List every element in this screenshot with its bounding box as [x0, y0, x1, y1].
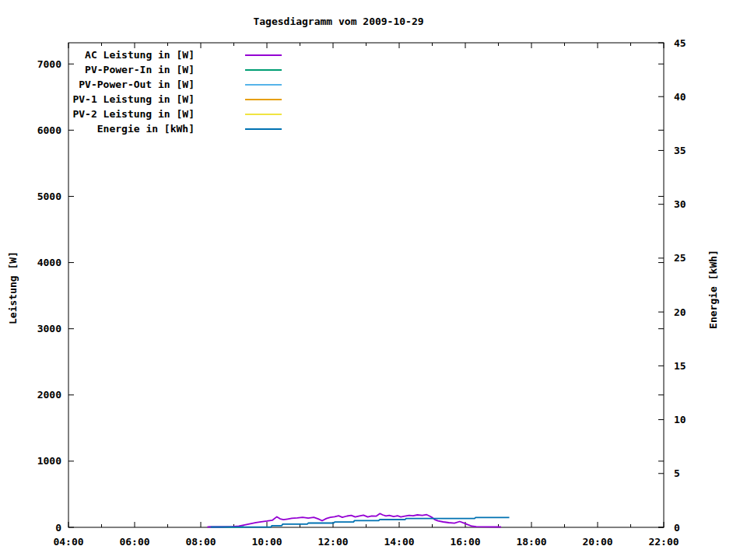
- x-tick-label: 14:00: [384, 536, 414, 548]
- y2-tick-label: 20: [674, 306, 686, 318]
- y1-tick-label: 4000: [37, 257, 61, 268]
- x-tick-label: 16:00: [450, 536, 480, 548]
- x-tick-label: 22:00: [648, 536, 679, 548]
- chart-canvas: 04:0006:0008:0010:0012:0014:0016:0018:00…: [0, 0, 747, 560]
- x-tick-label: 18:00: [516, 536, 546, 548]
- plot-border: [68, 43, 664, 527]
- chart-page: Tagesdiagramm vom 2009-10-29 Leistung [W…: [0, 0, 747, 560]
- y2-tick-label: 5: [674, 467, 680, 479]
- x-tick-label: 20:00: [582, 536, 612, 548]
- y1-tick-label: 2000: [37, 389, 61, 401]
- y2-tick-label: 25: [674, 252, 686, 264]
- y2-tick-label: 15: [674, 360, 686, 372]
- y1-tick-label: 0: [55, 522, 61, 534]
- y2-tick-label: 40: [674, 91, 686, 103]
- y2-tick-label: 35: [674, 145, 686, 156]
- y2-tick-label: 10: [674, 414, 686, 425]
- y1-tick-label: 3000: [37, 323, 61, 334]
- x-tick-label: 06:00: [119, 536, 149, 548]
- y1-tick-label: 1000: [37, 455, 61, 467]
- y1-tick-label: 7000: [37, 58, 61, 70]
- y2-tick-label: 45: [674, 37, 686, 49]
- y1-tick-label: 6000: [37, 124, 61, 136]
- x-tick-label: 12:00: [317, 536, 348, 548]
- x-tick-label: 08:00: [185, 536, 216, 548]
- x-tick-label: 10:00: [251, 536, 282, 548]
- y2-tick-label: 30: [674, 198, 686, 210]
- y2-tick-label: 0: [674, 522, 680, 534]
- y1-tick-label: 5000: [37, 191, 61, 202]
- x-tick-label: 04:00: [53, 536, 83, 548]
